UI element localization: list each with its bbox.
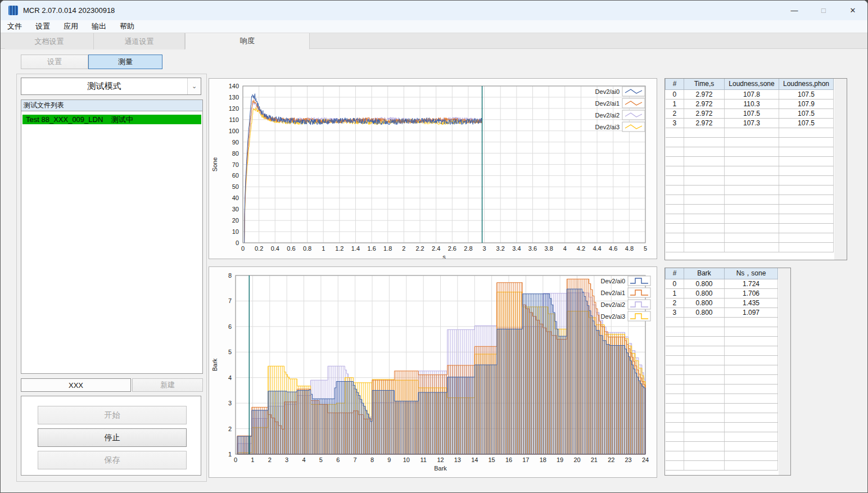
table-cell[interactable]: 107.5 [779, 89, 834, 99]
table-row [666, 336, 778, 346]
svg-text:Dev2/ai1: Dev2/ai1 [595, 100, 620, 107]
table-cell[interactable]: 0.800 [684, 298, 725, 307]
table-row [666, 128, 834, 137]
table-cell[interactable]: 1.706 [725, 288, 778, 298]
table-cell[interactable]: 0.800 [684, 279, 725, 288]
menu-item-1[interactable]: 设置 [29, 21, 57, 31]
table-cell [725, 195, 779, 204]
scroll-gutter[interactable] [779, 268, 790, 475]
svg-text:3.6: 3.6 [528, 245, 537, 252]
table-cell[interactable]: 0 [666, 279, 684, 288]
table-cell[interactable]: 107.5 [725, 108, 779, 118]
table-cell[interactable]: 2.972 [684, 108, 725, 118]
table-cell[interactable]: 0 [666, 89, 684, 99]
svg-text:14: 14 [471, 456, 478, 463]
close-button[interactable]: ✕ [838, 1, 867, 20]
svg-text:22: 22 [608, 456, 614, 463]
table-cell[interactable]: 2.972 [684, 89, 725, 99]
menu-item-4[interactable]: 帮助 [113, 21, 141, 31]
table-cell[interactable]: 0.800 [684, 288, 725, 298]
table-cell[interactable]: 0.800 [684, 307, 725, 317]
test-mode-value: 测试模式 [21, 78, 187, 94]
chevron-down-icon[interactable]: ⌄ [187, 78, 201, 94]
table-cell[interactable]: 2.972 [684, 118, 725, 128]
minimize-button[interactable]: — [780, 1, 809, 20]
table-cell [779, 204, 834, 214]
column-header: Loudness,phon [779, 79, 834, 89]
menu-item-2[interactable]: 应用 [57, 21, 85, 31]
tab-2[interactable]: 响度 [185, 33, 310, 49]
table-cell [684, 233, 725, 242]
table-cell [684, 403, 725, 413]
tab-1[interactable]: 通道设置 [94, 33, 185, 49]
svg-text:4: 4 [563, 245, 567, 252]
table-cell [684, 185, 725, 195]
svg-text:4.8: 4.8 [625, 245, 634, 252]
table-row [666, 223, 834, 233]
table-cell [725, 365, 778, 374]
loudness-table-panel: #Time,sLoudness,soneLoudness,phon02.9721… [664, 78, 847, 260]
test-mode-dropdown[interactable]: 测试模式 ⌄ [21, 78, 201, 95]
table-cell[interactable]: 1.724 [725, 279, 778, 288]
table-cell [666, 413, 684, 422]
table-cell[interactable]: 1 [666, 288, 684, 298]
table-cell[interactable]: 3 [666, 307, 684, 317]
table-cell [725, 166, 779, 175]
table-cell [684, 327, 725, 336]
measure-subtab-button[interactable]: 测量 [88, 55, 162, 69]
xxx-button[interactable]: XXX [21, 378, 131, 392]
table-row [666, 460, 778, 470]
svg-text:Dev2/ai1: Dev2/ai1 [601, 290, 625, 296]
table-cell [725, 156, 779, 166]
svg-text:Dev2/ai2: Dev2/ai2 [601, 301, 625, 308]
svg-text:1.8: 1.8 [383, 245, 392, 252]
tab-0[interactable]: 文档设置 [5, 33, 94, 49]
table-cell[interactable]: 2 [666, 108, 684, 118]
test-file-list-item[interactable]: Test 88_XXX_009_LDN 测试中 [22, 115, 201, 124]
svg-text:12: 12 [437, 456, 444, 463]
scroll-gutter[interactable] [834, 79, 847, 260]
table-cell[interactable]: 1.435 [725, 298, 778, 307]
loudness-time-chart[interactable]: 00.20.40.60.811.21.41.61.822.22.42.62.83… [209, 79, 657, 259]
svg-text:2.4: 2.4 [432, 245, 440, 252]
svg-text:4.4: 4.4 [593, 245, 601, 252]
menu-item-3[interactable]: 输出 [85, 21, 113, 31]
specific-loudness-chart[interactable]: 0123456789101112131415161718192021222324… [209, 267, 657, 477]
svg-text:7: 7 [354, 456, 357, 463]
table-cell[interactable]: 1.097 [725, 307, 778, 317]
table-row [666, 422, 778, 432]
svg-text:11: 11 [420, 456, 426, 463]
table-cell[interactable]: 3 [666, 118, 684, 128]
table-cell [779, 166, 834, 175]
svg-text:18: 18 [540, 456, 546, 463]
svg-text:8: 8 [228, 272, 232, 279]
table-cell[interactable]: 1 [666, 99, 684, 108]
svg-text:120: 120 [229, 105, 239, 112]
table-cell [666, 317, 684, 327]
table-cell[interactable]: 107.8 [725, 89, 779, 99]
table-row [666, 413, 778, 422]
svg-text:130: 130 [229, 94, 239, 101]
svg-text:140: 140 [229, 83, 239, 89]
table-cell [725, 394, 778, 403]
svg-text:1.6: 1.6 [367, 245, 376, 252]
stop-button[interactable]: 停止 [38, 428, 187, 447]
maximize-button[interactable]: □ [809, 1, 838, 20]
table-cell[interactable]: 107.3 [725, 118, 779, 128]
table-cell[interactable]: 2 [666, 298, 684, 307]
table-cell [666, 195, 684, 204]
table-cell [666, 384, 684, 394]
menu-item-0[interactable]: 文件 [1, 21, 29, 31]
table-cell [684, 166, 725, 175]
table-row [666, 403, 778, 413]
table-cell[interactable]: 107.5 [779, 118, 834, 128]
table-cell[interactable]: 110.3 [725, 99, 779, 108]
table-cell[interactable]: 107.9 [779, 99, 834, 108]
table-cell [684, 223, 725, 233]
table-cell[interactable]: 2.972 [684, 99, 725, 108]
table-cell[interactable]: 107.5 [779, 108, 834, 118]
table-cell [666, 223, 684, 233]
table-cell [684, 336, 725, 346]
table-cell [779, 137, 834, 147]
table-cell [666, 460, 684, 470]
